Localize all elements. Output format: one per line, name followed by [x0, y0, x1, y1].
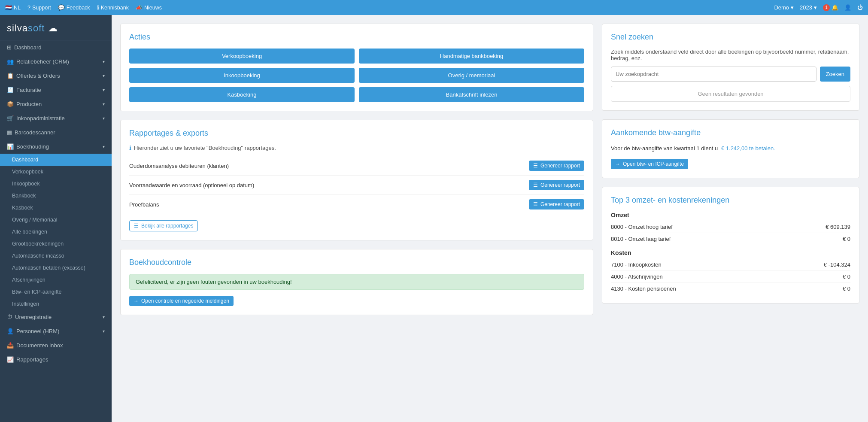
sidebar-subitem-incasso[interactable]: Automatische incasso: [0, 250, 112, 262]
nav-feedback[interactable]: 💬 Feedback: [58, 4, 90, 11]
sidebar-item-dashboard[interactable]: ⊞ Dashboard: [0, 40, 112, 55]
sidebar-item-rapportages[interactable]: 📈 Rapportages: [0, 352, 112, 367]
sidebar-subitem-bankboek[interactable]: Bankboek: [0, 190, 112, 202]
top3-card: Top 3 omzet- en kostenrekeningen Omzet 8…: [602, 187, 859, 304]
top3-omzet-row-1: 8000 - Omzet hoog tarief € 609.139: [611, 221, 850, 233]
sidebar-subitem-btw[interactable]: Btw- en ICP-aangifte: [0, 286, 112, 298]
dashboard-icon: ⊞: [7, 44, 12, 51]
genereer-rapport-3[interactable]: ☰ Genereer rapport: [529, 199, 584, 209]
flag-icon: 🇳🇱: [5, 4, 12, 11]
btw-title: Aankomende btw-aangifte: [611, 128, 850, 137]
acties-card: Acties Verkoopboeking Handmatige bankboe…: [120, 24, 593, 111]
bankafschrift-button[interactable]: Bankafschrift inlezen: [359, 87, 584, 102]
btw-text: Voor de btw-aangifte van kwartaal 1 dien…: [611, 144, 850, 153]
open-btw-button[interactable]: → Open btw- en ICP-aangifte: [611, 159, 688, 169]
sidebar-item-boekhouding[interactable]: 📊 Boekhouding ▾: [0, 140, 112, 154]
kosten-label: Kosten: [611, 249, 850, 256]
report-row-3: Proefbalans ☰ Genereer rapport: [129, 195, 584, 214]
top3-kosten-row-1: 7100 - Inkoopkosten € -104.324: [611, 259, 850, 271]
top3-omzet-row-2: 8010 - Omzet laag tarief € 0: [611, 233, 850, 245]
boekhoudcontrole-card: Boekhoudcontrole Gefeliciteerd, er zijn …: [120, 249, 593, 315]
kasboeking-button[interactable]: Kasboeking: [129, 87, 355, 102]
bankboeking-button[interactable]: Handmatige bankboeking: [359, 49, 584, 64]
sidebar-item-hrm[interactable]: 👤 Personeel (HRM) ▾: [0, 324, 112, 338]
caret-down-icon: ▾: [814, 4, 817, 11]
sidebar-subitem-memoriaal[interactable]: Overig / Memoriaal: [0, 214, 112, 226]
sidebar-item-inkoop[interactable]: 🛒 Inkoopadministratie ▾: [0, 111, 112, 125]
left-column: Acties Verkoopboeking Handmatige bankboe…: [120, 24, 593, 413]
snel-zoeken-title: Snel zoeken: [611, 33, 850, 42]
sidebar-item-barcode[interactable]: ▦ Barcodescanner: [0, 125, 112, 140]
nav-kennisbank[interactable]: ℹ Kennisbank: [97, 4, 129, 11]
bekijk-alle-button[interactable]: ☰ Bekijk alle rapportages: [129, 220, 198, 231]
notifications-button[interactable]: 1 🔔: [823, 4, 838, 11]
sidebar-subitem-grootboek[interactable]: Grootboekrekeningen: [0, 238, 112, 250]
caret-icon: ▾: [103, 329, 105, 334]
sidebar-item-crm[interactable]: 👥 Relatiebeheer (CRM) ▾: [0, 55, 112, 69]
sidebar-subitem-kasboek[interactable]: Kasboek: [0, 202, 112, 214]
nav-support[interactable]: ? Support: [27, 5, 51, 11]
inbox-icon: 📥: [7, 342, 14, 349]
arrow-right-icon: →: [615, 161, 620, 167]
producten-icon: 📦: [7, 101, 14, 107]
inkoopboeking-button[interactable]: Inkoopboeking: [129, 68, 355, 83]
crm-icon: 👥: [7, 58, 14, 65]
sidebar-subitem-excasso[interactable]: Automatisch betalen (excasso): [0, 262, 112, 274]
nav-nieuws[interactable]: 📣 Nieuws: [136, 4, 162, 11]
top3-title: Top 3 omzet- en kostenrekeningen: [611, 196, 850, 205]
report-icon: ☰: [533, 182, 538, 188]
search-input[interactable]: [611, 67, 816, 82]
top3-kosten-row-3: 4130 - Kosten pensioenen € 0: [611, 283, 850, 294]
right-column: Snel zoeken Zoek middels onderstaand vel…: [602, 24, 859, 413]
caret-icon: ▾: [103, 315, 105, 319]
sidebar-subitem-afschrijvingen[interactable]: Afschrijvingen: [0, 274, 112, 286]
power-button[interactable]: ⏻: [857, 4, 863, 11]
demo-menu[interactable]: Demo ▾: [774, 4, 794, 11]
facturatie-icon: 🧾: [7, 87, 14, 93]
verkoopboeking-button[interactable]: Verkoopboeking: [129, 49, 355, 64]
memoriaal-button[interactable]: Overig / memoriaal: [359, 68, 584, 83]
report-icon: ☰: [533, 163, 538, 169]
bekijk-alle-wrapper: ☰ Bekijk alle rapportages: [129, 220, 584, 231]
genereer-rapport-1[interactable]: ☰ Genereer rapport: [529, 161, 584, 171]
sidebar-item-orders[interactable]: 📋 Offertes & Orders ▾: [0, 69, 112, 83]
sidebar-item-facturatie[interactable]: 🧾 Facturatie ▾: [0, 83, 112, 97]
sidebar-item-documenten[interactable]: 📥 Documenten inbox: [0, 338, 112, 352]
open-controle-button[interactable]: → Open controle en negeerde meldingen: [129, 296, 234, 306]
top-nav-left: 🇳🇱 NL ? Support 💬 Feedback ℹ Kennisbank …: [5, 4, 162, 11]
sidebar-subitem-alle-boekingen[interactable]: Alle boekingen: [0, 226, 112, 238]
caret-icon: ▾: [103, 73, 105, 78]
rapportages-card: Rapportages & exports ℹ Hieronder ziet u…: [120, 120, 593, 240]
user-icon: 👤: [844, 4, 851, 11]
bell-icon: 🔔: [832, 4, 838, 11]
user-button[interactable]: 👤: [844, 4, 851, 11]
orders-icon: 📋: [7, 73, 14, 79]
sidebar-subitem-verkoopboek[interactable]: Verkoopboek: [0, 166, 112, 178]
caret-icon: ▾: [103, 88, 105, 92]
nav-lang[interactable]: 🇳🇱 NL: [5, 4, 21, 11]
genereer-rapport-2[interactable]: ☰ Genereer rapport: [529, 180, 584, 190]
boekhouding-icon: 📊: [7, 143, 14, 150]
sidebar-item-producten[interactable]: 📦 Producten ▾: [0, 97, 112, 111]
sidebar-item-uren[interactable]: ⏱ Urenregistratie ▾: [0, 310, 112, 324]
support-icon: ?: [27, 5, 30, 11]
info-circle-icon: ℹ: [97, 4, 99, 11]
sidebar-subitem-instellingen[interactable]: Instellingen: [0, 298, 112, 310]
arrow-right-icon: →: [134, 298, 139, 304]
rapportages-icon: 📈: [7, 356, 14, 363]
notification-badge: 1: [823, 4, 830, 11]
no-results-text: Geen resultaten gevonden: [611, 86, 850, 102]
sidebar-subitem-inkoopboek[interactable]: Inkoopboek: [0, 178, 112, 190]
acties-title: Acties: [129, 33, 584, 42]
top3-kosten-row-2: 4000 - Afschrijvingen € 0: [611, 271, 850, 283]
main-content: Acties Verkoopboeking Handmatige bankboe…: [112, 15, 868, 422]
sidebar-logo: silvasoft ☁: [0, 15, 112, 40]
top-navbar: 🇳🇱 NL ? Support 💬 Feedback ℹ Kennisbank …: [0, 0, 868, 15]
report-row-1: Ouderdomsanalyse debiteuren (klanten) ☰ …: [129, 156, 584, 176]
sidebar-subitem-dashboard[interactable]: Dashboard: [0, 154, 112, 166]
zoeken-button[interactable]: Zoeken: [820, 67, 850, 82]
list-icon: ☰: [134, 223, 139, 229]
btw-card: Aankomende btw-aangifte Voor de btw-aang…: [602, 119, 859, 178]
boekhoudcontrole-title: Boekhoudcontrole: [129, 258, 584, 267]
year-menu[interactable]: 2023 ▾: [800, 4, 817, 11]
